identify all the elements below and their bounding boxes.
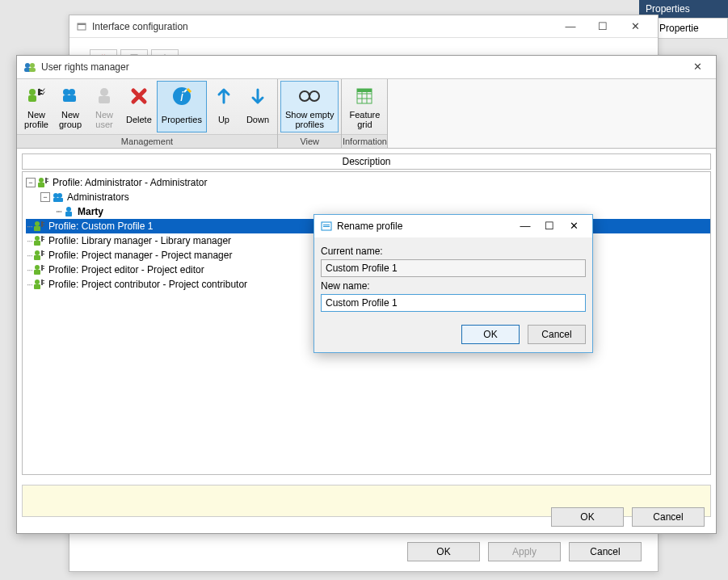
dialog-ok-button[interactable]: OK [461, 325, 520, 344]
dialog-close-button[interactable]: ✕ [562, 217, 586, 235]
ribbon-group-view: Show emptyprofiles View [278, 79, 343, 148]
close-button[interactable]: ✕ [685, 58, 709, 76]
svg-rect-68 [43, 283, 44, 284]
svg-rect-62 [43, 266, 44, 267]
tree-node-label: Profile: Project manager - Project manag… [48, 250, 232, 261]
delete-button[interactable]: Delete [121, 81, 157, 132]
tree-row[interactable]: −Administrators [26, 190, 710, 204]
up-button[interactable]: Up [207, 81, 241, 132]
urm-title-text: User rights manager [41, 61, 129, 73]
svg-rect-63 [43, 268, 44, 269]
svg-rect-13 [28, 95, 36, 102]
svg-rect-66 [41, 279, 43, 285]
tree-node-label: Administrators [67, 191, 129, 203]
svg-point-49 [35, 236, 40, 241]
urm-titlebar: User rights manager ✕ [17, 56, 716, 78]
tree-connector: ··· [27, 250, 32, 261]
svg-point-9 [30, 63, 35, 68]
new-name-label: New name: [321, 280, 586, 292]
iface-ok-button[interactable]: OK [407, 542, 480, 561]
svg-rect-47 [43, 222, 44, 223]
show-empty-profiles-button[interactable]: Show emptyprofiles [280, 81, 339, 132]
tree-row[interactable]: −Profile: Administrator - Administrator [26, 175, 710, 190]
dialog-titlebar: Rename profile — ☐ ✕ [314, 215, 592, 237]
new-name-input[interactable] [321, 294, 586, 312]
svg-rect-65 [34, 284, 40, 289]
ribbon-group-label-information: Information [342, 134, 387, 148]
svg-point-64 [35, 279, 40, 284]
svg-rect-71 [323, 226, 330, 227]
svg-rect-3 [78, 23, 86, 25]
urm-cancel-button[interactable]: Cancel [632, 507, 705, 527]
close-button[interactable]: ✕ [619, 18, 651, 36]
profile-icon [33, 264, 46, 275]
tree-connector: ··· [56, 206, 61, 217]
svg-point-20 [69, 89, 75, 95]
group-icon [52, 191, 65, 203]
minimize-button[interactable]: — [554, 18, 587, 36]
profile-icon [33, 235, 46, 246]
users-icon [23, 61, 36, 73]
svg-rect-37 [47, 179, 48, 179]
urm-ok-button[interactable]: OK [551, 507, 624, 527]
dialog-title-text: Rename profile [337, 221, 402, 232]
ribbon-group-label-management: Management [17, 134, 277, 148]
svg-rect-60 [34, 270, 40, 275]
ribbon-group-information: Featuregrid Information [342, 79, 388, 148]
svg-point-26 [300, 91, 309, 101]
svg-rect-48 [43, 225, 44, 225]
svg-rect-53 [43, 239, 44, 240]
tree-expander[interactable]: − [26, 178, 36, 187]
new-group-button[interactable]: Newgroup [53, 81, 87, 132]
tree-connector: ··· [27, 264, 32, 275]
svg-rect-70 [323, 225, 330, 225]
svg-text:✓: ✓ [41, 90, 46, 96]
tree-connector: ··· [27, 235, 32, 246]
svg-point-8 [25, 63, 30, 68]
dialog-icon [321, 221, 332, 231]
ribbon-group-label-view: View [278, 134, 342, 148]
tree-node-label: Profile: Custom Profile 1 [48, 221, 153, 232]
svg-rect-67 [43, 280, 44, 281]
urm-footer: OK Cancel [551, 507, 705, 527]
svg-point-40 [57, 193, 62, 198]
tree-node-label: Profile: Project editor - Project editor [48, 264, 204, 275]
current-name-label: Current name: [321, 246, 586, 257]
description-header: Description [22, 153, 711, 170]
svg-point-19 [63, 89, 69, 95]
dialog-minimize-button[interactable]: — [513, 217, 537, 235]
svg-rect-56 [41, 250, 43, 256]
tree-connector: ··· [27, 221, 32, 232]
svg-rect-41 [53, 198, 63, 202]
ribbon-toolbar: ✓✓ Newprofile Newgroup Newuser Delete i [17, 78, 716, 149]
down-button[interactable]: Down [241, 81, 275, 132]
svg-rect-57 [43, 251, 44, 252]
profile-icon [33, 250, 46, 261]
iface-titlebar: Interface configuration — ☐ ✕ [69, 15, 658, 38]
svg-rect-43 [65, 212, 72, 216]
maximize-button[interactable]: ☐ [587, 18, 619, 36]
svg-rect-46 [41, 221, 43, 227]
new-user-button: Newuser [87, 81, 121, 132]
svg-point-27 [309, 91, 319, 101]
iface-apply-button[interactable]: Apply [488, 542, 561, 561]
svg-rect-61 [41, 265, 43, 271]
properties-button[interactable]: i Properties [157, 81, 207, 132]
tree-expander[interactable]: − [40, 192, 50, 202]
new-profile-button[interactable]: ✓✓ Newprofile [19, 81, 53, 132]
tree-connector: ··· [27, 279, 32, 290]
current-name-value: Custom Profile 1 [321, 259, 586, 277]
svg-point-59 [35, 265, 40, 270]
svg-rect-58 [43, 254, 44, 254]
iface-cancel-button[interactable]: Cancel [569, 542, 642, 561]
profile-icon [37, 177, 50, 188]
profile-icon [33, 221, 46, 232]
dialog-cancel-button[interactable]: Cancel [528, 325, 586, 344]
svg-point-12 [29, 89, 36, 95]
svg-rect-45 [34, 226, 40, 231]
feature-grid-button[interactable]: Featuregrid [344, 81, 385, 132]
tree-node-label: Profile: Administrator - Administrator [53, 177, 207, 188]
svg-rect-52 [43, 237, 44, 237]
ribbon-group-management: ✓✓ Newprofile Newgroup Newuser Delete i [17, 79, 278, 148]
dialog-maximize-button[interactable]: ☐ [537, 217, 562, 235]
